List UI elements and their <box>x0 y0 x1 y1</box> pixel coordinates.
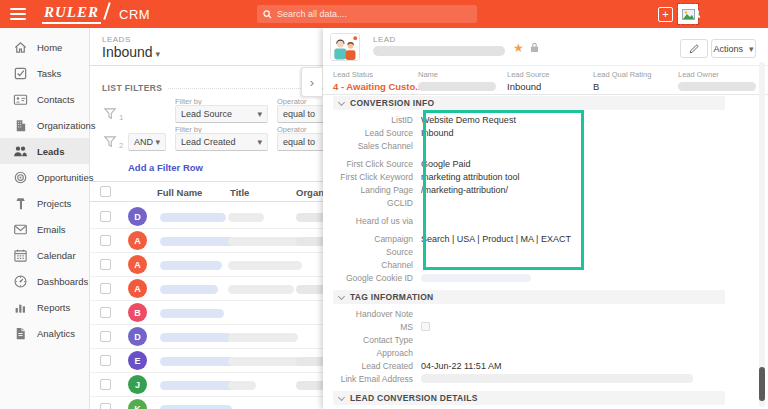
sidebar-item-analytics[interactable]: Analytics <box>0 320 89 346</box>
title-redacted <box>228 357 306 366</box>
field-row-first-click-source: First Click SourceGoogle Paid <box>333 157 753 170</box>
sidebar-item-label: Home <box>37 42 62 53</box>
field-label: Lead Owner <box>678 70 756 79</box>
sidebar-item-label: Calendar <box>37 250 76 261</box>
row-checkbox[interactable] <box>100 259 111 270</box>
tasks-icon <box>13 66 28 81</box>
sidebar-item-reports[interactable]: Reports <box>0 294 89 320</box>
field-value-redacted <box>678 82 756 91</box>
row-checkbox[interactable] <box>100 283 111 294</box>
section-header[interactable]: CONVERSION INFO <box>333 96 725 110</box>
sidebar-item-opportunities[interactable]: Opportunities <box>0 164 89 190</box>
sidebar-item-leads[interactable]: Leads <box>0 138 89 164</box>
section-lead-conversion-details: LEAD CONVERSION DETAILSConverted Contact <box>333 391 753 409</box>
sidebar-item-organizations[interactable]: Organizations <box>0 112 89 138</box>
row-checkbox[interactable] <box>100 211 111 222</box>
sidebar-item-dashboards[interactable]: Dashboards <box>0 268 89 294</box>
filter-field-select-2[interactable]: Lead Created▾ <box>175 133 268 151</box>
section-header[interactable]: TAG INFORMATION <box>333 290 725 304</box>
field-row-contact-type: Contact Type <box>333 333 753 346</box>
chevron-down-icon <box>338 292 345 299</box>
field-label: ListID <box>333 115 421 125</box>
edit-button[interactable] <box>680 39 708 58</box>
sidebar-item-label: Leads <box>37 146 64 157</box>
scrollbar-track[interactable] <box>759 62 765 407</box>
sidebar-item-label: Reports <box>37 302 70 313</box>
full-name-redacted <box>160 333 232 342</box>
lead-detail-panel: LEAD ★ Actions▾ Lead Status4 - Awaiting … <box>323 28 768 409</box>
field-row-heard-of-us-via: Heard of us via <box>333 214 753 227</box>
hamburger-icon[interactable] <box>10 8 26 20</box>
field-row-approach: Approach <box>333 346 753 359</box>
chevron-down-icon: ▾ <box>257 109 262 119</box>
sidebar-item-label: Analytics <box>37 328 75 339</box>
crm-app: RULER CRM + HomeTasksContactsOrganizatio… <box>0 0 768 409</box>
sidebar-item-calendar[interactable]: Calendar <box>0 242 89 268</box>
sidebar-item-emails[interactable]: Emails <box>0 216 89 242</box>
select-all-checkbox[interactable] <box>100 186 111 197</box>
user-avatar-image[interactable] <box>678 4 698 24</box>
sidebar-item-label: Opportunities <box>37 172 94 183</box>
field-value: Website Demo Request <box>421 115 516 125</box>
field-label: MS <box>333 322 421 332</box>
summary-field-lead-status: Lead Status4 - Awaiting Custo... <box>333 70 423 92</box>
list-view-dropdown[interactable]: Inbound▾ <box>102 44 160 60</box>
row-checkbox[interactable] <box>100 331 111 342</box>
calendar-icon <box>13 248 28 263</box>
field-label: GCLID <box>333 198 421 208</box>
row-checkbox[interactable] <box>100 307 111 318</box>
row-avatar: E <box>128 351 147 370</box>
row-checkbox[interactable] <box>100 235 111 246</box>
field-checkbox[interactable] <box>421 322 430 331</box>
title-redacted <box>228 285 294 294</box>
search-icon <box>263 10 272 19</box>
section-header[interactable]: LEAD CONVERSION DETAILS <box>333 391 725 405</box>
row-avatar: A <box>128 255 147 274</box>
filter-funnel-icon-1: 1 <box>104 107 126 122</box>
field-value: Inbound <box>421 128 454 138</box>
field-row-first-click-keyword: First Click Keywordmarketing attribution… <box>333 170 753 183</box>
sidebar-item-contacts[interactable]: Contacts <box>0 86 89 112</box>
sidebar-item-tasks[interactable]: Tasks <box>0 60 89 86</box>
star-icon[interactable]: ★ <box>513 41 524 55</box>
full-name-redacted <box>160 285 218 294</box>
add-icon[interactable]: + <box>658 7 673 22</box>
full-name-redacted <box>160 237 238 246</box>
field-label: Approach <box>333 348 421 358</box>
field-label: Source <box>333 247 421 257</box>
column-full-name[interactable]: Full Name <box>157 187 202 198</box>
sidebar-item-label: Organizations <box>37 120 96 131</box>
field-label: Lead Created <box>333 361 421 371</box>
chevron-down-icon: ▾ <box>155 137 160 147</box>
brand-logo: RULER <box>42 4 101 24</box>
add-filter-row-link[interactable]: Add a Filter Row <box>128 162 203 173</box>
sidebar-item-projects[interactable]: Projects <box>0 190 89 216</box>
filter-field-select-1[interactable]: Lead Source▾ <box>175 105 268 123</box>
title-redacted <box>228 213 264 222</box>
actions-button[interactable]: Actions▾ <box>711 39 756 58</box>
field-label: Link Email Address <box>333 374 421 384</box>
summary-field-name: Name <box>418 70 496 91</box>
lock-icon <box>530 42 539 53</box>
field-value-redacted <box>418 82 496 91</box>
row-checkbox[interactable] <box>100 355 111 366</box>
lead-detail-body: CONVERSION INFOListIDWebsite Demo Reques… <box>333 96 753 409</box>
scrollbar-thumb[interactable] <box>759 367 765 401</box>
row-avatar: D <box>128 327 147 346</box>
filter-conjunction-select[interactable]: AND▾ <box>128 133 166 151</box>
field-value: 04-Jun-22 11:51 AM <box>421 361 501 371</box>
field-row-listid: ListIDWebsite Demo Request <box>333 113 753 126</box>
sidebar-item-label: Projects <box>37 198 71 209</box>
collapse-panel-tab[interactable]: › <box>301 67 322 97</box>
field-value: 4 - Awaiting Custo... <box>333 81 423 92</box>
row-checkbox[interactable] <box>100 403 111 409</box>
field-value: /marketing-attribution/ <box>421 185 508 195</box>
search-input[interactable] <box>277 9 471 19</box>
row-checkbox[interactable] <box>100 379 111 390</box>
column-title[interactable]: Title <box>230 187 249 198</box>
sidebar-item-label: Contacts <box>37 94 75 105</box>
section-conversion-info: CONVERSION INFOListIDWebsite Demo Reques… <box>333 96 753 284</box>
field-label: Lead Source <box>507 70 550 79</box>
sidebar-item-home[interactable]: Home <box>0 34 89 60</box>
global-search[interactable] <box>257 5 477 23</box>
